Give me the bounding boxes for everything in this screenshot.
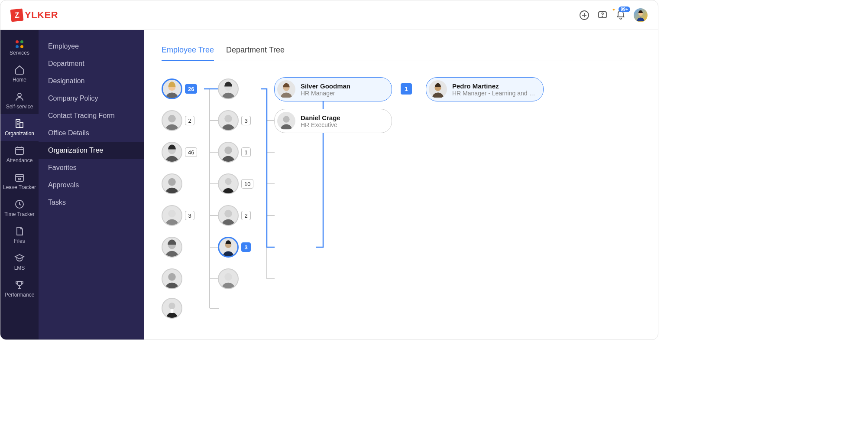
svg-point-4 xyxy=(602,16,602,16)
secondary-nav: Employee Department Designation Company … xyxy=(39,30,144,340)
employee-role: HR Manager xyxy=(301,90,350,97)
subnav-item-designation[interactable]: Designation xyxy=(39,72,144,90)
brand-logo[interactable]: Z YLKER xyxy=(11,9,58,21)
tab-employee-tree[interactable]: Employee Tree xyxy=(162,43,214,61)
rail-item-home[interactable]: Home xyxy=(0,60,39,87)
employee-avatar xyxy=(162,205,182,226)
notification-badge: 99+ xyxy=(619,7,630,12)
subnav-item-favorites[interactable]: Favorites xyxy=(39,159,144,176)
rail-item-files[interactable]: Files xyxy=(0,222,39,248)
tree-tabs: Employee Tree Department Tree xyxy=(162,43,641,61)
organization-tree: 26 2 46 3 xyxy=(162,78,641,339)
svg-rect-7 xyxy=(16,120,20,127)
rail-item-self-service[interactable]: Self-service xyxy=(0,87,39,114)
employee-avatar xyxy=(162,110,182,131)
rail-item-performance[interactable]: Performance xyxy=(0,275,39,302)
employee-avatar xyxy=(218,205,239,226)
tree-node[interactable]: 2 xyxy=(162,110,194,131)
svg-point-33 xyxy=(224,115,232,123)
employee-avatar xyxy=(218,268,239,289)
clock-icon xyxy=(14,199,25,209)
subnav-item-contact-tracing[interactable]: Contact Tracing Form xyxy=(39,107,144,124)
tree-node[interactable]: 2 xyxy=(218,205,251,226)
svg-point-30 xyxy=(168,303,175,309)
tree-node[interactable]: 3 xyxy=(218,237,251,258)
employee-name: Silver Goodman xyxy=(301,82,350,90)
subnav-item-department[interactable]: Department xyxy=(39,55,144,72)
person-icon xyxy=(14,91,25,102)
rail-item-services[interactable]: Services xyxy=(0,36,39,60)
employee-avatar xyxy=(162,268,182,289)
subnav-item-organization-tree[interactable]: Organization Tree xyxy=(39,142,144,159)
sparkle-icon: ✦ xyxy=(612,7,615,12)
employee-card-daniel-crage[interactable]: Daniel Crage HR Executive xyxy=(274,109,392,133)
employee-avatar xyxy=(162,78,182,99)
direct-reports-count: 26 xyxy=(185,84,197,94)
tree-node[interactable]: 1 xyxy=(218,142,251,163)
svg-point-6 xyxy=(18,93,21,97)
rail-item-organization[interactable]: Organization xyxy=(0,114,39,141)
svg-point-24 xyxy=(168,115,176,123)
svg-rect-8 xyxy=(20,122,23,127)
svg-rect-31 xyxy=(171,309,174,313)
trophy-icon xyxy=(14,280,25,290)
rail-item-lms[interactable]: LMS xyxy=(0,248,39,275)
svg-point-34 xyxy=(224,147,232,154)
employee-avatar xyxy=(162,142,182,163)
tree-node[interactable]: 10 xyxy=(218,173,253,194)
employee-card-silver-goodman[interactable]: Silver Goodman HR Manager xyxy=(274,77,392,101)
tree-node[interactable]: 3 xyxy=(218,110,251,131)
calendar-icon xyxy=(14,145,25,156)
employee-avatar xyxy=(218,110,239,131)
tree-node[interactable] xyxy=(162,237,182,258)
tree-node[interactable] xyxy=(162,268,182,289)
primary-nav-rail: Services Home Self-service Organization … xyxy=(0,30,39,340)
tree-node[interactable] xyxy=(162,298,182,319)
tree-node[interactable] xyxy=(218,268,239,289)
rail-item-leave-tracker[interactable]: Leave Tracker xyxy=(0,168,39,195)
direct-reports-count: 3 xyxy=(185,211,194,220)
direct-reports-count: 1 xyxy=(401,83,412,95)
logo-text: YLKER xyxy=(25,10,58,21)
direct-reports-count: 46 xyxy=(185,147,197,157)
rail-label: Time Tracker xyxy=(4,211,35,217)
tree-node[interactable] xyxy=(218,78,239,99)
tree-node[interactable]: 46 xyxy=(162,142,197,163)
rail-label: Attendance xyxy=(6,157,33,163)
subnav-item-approvals[interactable]: Approvals xyxy=(39,176,144,194)
notifications-icon[interactable]: ✦ 99+ xyxy=(615,10,626,20)
rail-label: Self-service xyxy=(6,104,33,110)
employee-avatar xyxy=(162,237,182,258)
subnav-item-employee[interactable]: Employee xyxy=(39,38,144,55)
rail-label: Performance xyxy=(5,292,35,298)
direct-reports-count: 2 xyxy=(241,211,251,220)
direct-reports-count: 1 xyxy=(241,147,251,157)
employee-card-pedro-martinez[interactable]: Pedro Martinez HR Manager - Learning and… xyxy=(426,77,544,101)
svg-point-40 xyxy=(283,116,289,123)
user-avatar[interactable] xyxy=(634,8,648,22)
tab-department-tree[interactable]: Department Tree xyxy=(226,43,285,61)
svg-rect-16 xyxy=(16,174,23,181)
rail-label: Home xyxy=(13,77,26,83)
employee-role: HR Executive xyxy=(301,121,340,128)
rail-item-time-tracker[interactable]: Time Tracker xyxy=(0,195,39,222)
rail-label: Organization xyxy=(5,131,34,137)
graduation-icon xyxy=(14,253,25,263)
subnav-item-tasks[interactable]: Tasks xyxy=(39,194,144,211)
add-icon[interactable] xyxy=(579,10,589,20)
svg-point-27 xyxy=(168,210,176,218)
rail-label: Services xyxy=(10,50,29,56)
employee-avatar xyxy=(277,112,295,130)
tree-node[interactable]: 3 xyxy=(162,205,194,226)
employee-avatar xyxy=(162,298,182,319)
tree-node[interactable] xyxy=(162,173,182,194)
rail-item-attendance[interactable]: Attendance xyxy=(0,141,39,168)
subnav-item-company-policy[interactable]: Company Policy xyxy=(39,90,144,107)
employee-avatar xyxy=(218,142,239,163)
help-icon[interactable] xyxy=(597,10,608,20)
subnav-item-office-details[interactable]: Office Details xyxy=(39,124,144,142)
tree-node[interactable]: 26 xyxy=(162,78,197,99)
main-content: Employee Tree Department Tree xyxy=(144,30,658,340)
employee-name: Pedro Martinez xyxy=(452,82,536,90)
employee-role: HR Manager - Learning and D… xyxy=(452,90,536,97)
